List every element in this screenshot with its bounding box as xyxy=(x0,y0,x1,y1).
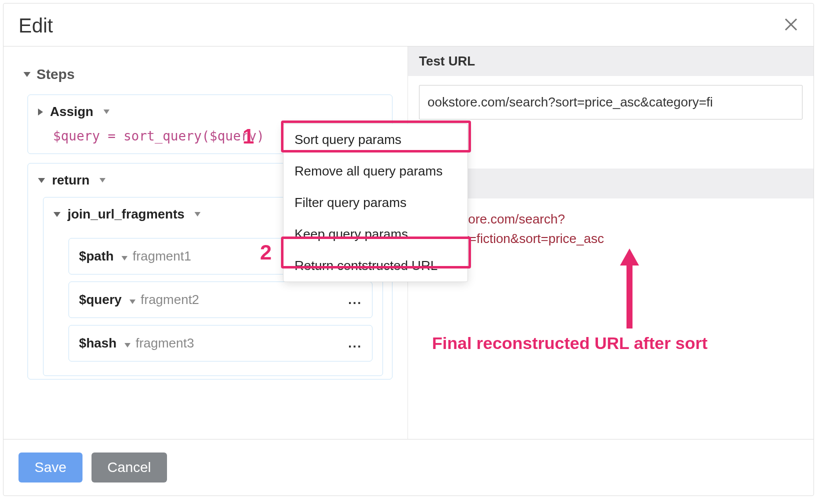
chevron-down-icon[interactable] xyxy=(104,110,110,114)
svg-marker-3 xyxy=(620,248,639,266)
fragment-label: fragment1 xyxy=(132,248,191,264)
steps-heading[interactable]: Steps xyxy=(24,66,392,82)
annotation-arrow-icon xyxy=(617,248,642,334)
chevron-right-icon xyxy=(38,108,43,116)
chevron-down-icon[interactable] xyxy=(100,178,106,182)
modal-title: Edit xyxy=(18,14,53,37)
chevron-down-icon[interactable] xyxy=(194,212,200,216)
chevron-down-icon[interactable] xyxy=(124,343,130,348)
cancel-button[interactable]: Cancel xyxy=(92,452,167,482)
more-icon[interactable]: ... xyxy=(348,292,362,308)
fragment-var: $path xyxy=(79,248,114,264)
step-assign-title: Assign xyxy=(50,104,94,120)
modal-header: Edit xyxy=(4,4,814,46)
chevron-down-icon[interactable] xyxy=(130,300,136,304)
test-panel: Test URL ookstore.com/search?sort=price_… xyxy=(408,46,814,439)
dropdown-item-return[interactable]: Return contstructed URL xyxy=(284,250,468,282)
chevron-down-icon xyxy=(38,178,45,183)
step-return-title: return xyxy=(52,172,90,188)
annotation-number-1: 1 xyxy=(242,124,254,148)
test-url-input[interactable]: ookstore.com/search?sort=price_asc&categ… xyxy=(419,85,802,120)
fragment-label: fragment2 xyxy=(140,292,199,308)
fragment-var: $hash xyxy=(79,336,116,351)
annotation-final-label: Final reconstructed URL after sort xyxy=(432,334,708,353)
chevron-down-icon[interactable] xyxy=(122,256,128,260)
fragment-var: $query xyxy=(79,292,122,308)
chevron-down-icon xyxy=(24,72,30,77)
dropdown-item-filter[interactable]: Filter query params xyxy=(284,187,468,218)
fragment-label: fragment3 xyxy=(136,336,194,351)
steps-panel: Steps Assign $query = sort_query($query)… xyxy=(4,46,408,439)
steps-label: Steps xyxy=(36,66,74,82)
more-icon[interactable]: ... xyxy=(348,336,362,351)
assign-code: $query = sort_query($query) xyxy=(53,128,264,144)
actions-dropdown: Sort query params Remove all query param… xyxy=(283,124,468,282)
panel-divider xyxy=(408,168,814,198)
dropdown-item-keep[interactable]: Keep query params xyxy=(284,218,468,250)
close-icon[interactable] xyxy=(784,17,798,35)
modal-footer: Save Cancel xyxy=(4,439,814,496)
fragment-hash[interactable]: $hash fragment3 ... xyxy=(68,325,372,362)
annotation-number-2: 2 xyxy=(260,240,272,264)
join-title: join_url_fragments xyxy=(68,206,184,222)
dropdown-item-sort[interactable]: Sort query params xyxy=(284,124,468,156)
fragment-query[interactable]: $query fragment2 ... xyxy=(68,282,372,318)
edit-modal: Edit Steps Assign $query = sort_query($q… xyxy=(3,3,814,496)
chevron-down-icon xyxy=(54,212,60,217)
modal-body: Steps Assign $query = sort_query($query)… xyxy=(4,46,814,439)
test-url-label: Test URL xyxy=(408,46,814,76)
save-button[interactable]: Save xyxy=(18,452,82,482)
result-url: ://bookstore.com/search? category=fictio… xyxy=(419,210,802,248)
dropdown-item-remove[interactable]: Remove all query params xyxy=(284,156,468,187)
